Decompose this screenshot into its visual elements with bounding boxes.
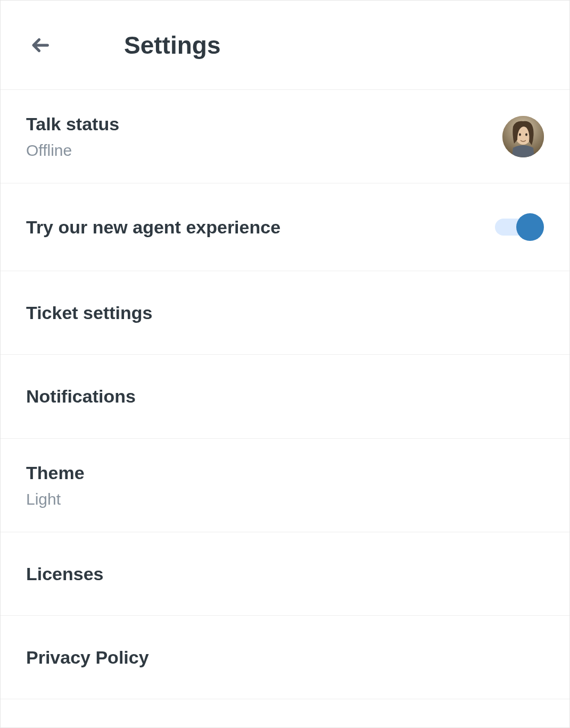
avatar[interactable] xyxy=(502,116,544,157)
setting-label: Talk status xyxy=(26,112,119,136)
svg-point-3 xyxy=(525,133,527,136)
toggle-agent-experience[interactable] xyxy=(495,213,544,241)
arrow-left-icon xyxy=(30,34,52,56)
setting-content: Privacy Policy xyxy=(26,646,149,669)
back-button[interactable] xyxy=(26,30,56,60)
setting-content: Talk status Offline xyxy=(26,112,119,161)
setting-content: Theme Light xyxy=(26,461,85,509)
setting-content: Ticket settings xyxy=(26,301,152,324)
setting-talk-status[interactable]: Talk status Offline xyxy=(1,90,569,183)
setting-agent-experience[interactable]: Try our new agent experience xyxy=(1,183,569,271)
avatar-image xyxy=(502,116,544,157)
setting-label: Try our new agent experience xyxy=(26,215,280,239)
setting-label: Theme xyxy=(26,461,85,484)
settings-list: Talk status Offline xyxy=(1,90,569,699)
setting-notifications[interactable]: Notifications xyxy=(1,355,569,438)
page-title: Settings xyxy=(124,31,220,60)
setting-label: Licenses xyxy=(26,562,104,585)
setting-licenses[interactable]: Licenses xyxy=(1,532,569,616)
setting-label: Privacy Policy xyxy=(26,646,149,669)
setting-content: Notifications xyxy=(26,384,136,408)
setting-label: Notifications xyxy=(26,384,136,408)
setting-ticket-settings[interactable]: Ticket settings xyxy=(1,271,569,355)
setting-subtitle: Offline xyxy=(26,140,119,161)
setting-theme[interactable]: Theme Light xyxy=(1,439,569,532)
svg-point-2 xyxy=(519,133,521,136)
setting-privacy-policy[interactable]: Privacy Policy xyxy=(1,616,569,699)
header: Settings xyxy=(1,1,569,90)
toggle-thumb xyxy=(516,213,544,241)
setting-content: Try our new agent experience xyxy=(26,215,280,239)
setting-subtitle: Light xyxy=(26,489,85,509)
setting-content: Licenses xyxy=(26,562,104,585)
setting-label: Ticket settings xyxy=(26,301,152,324)
